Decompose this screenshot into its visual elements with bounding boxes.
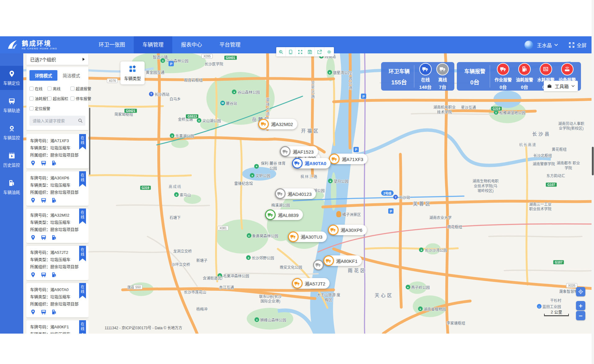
fullscreen-button[interactable]: 全屏 bbox=[569, 41, 587, 49]
filter-checkbox[interactable]: 定位报警 bbox=[29, 106, 47, 111]
zoom-out-button[interactable]: − bbox=[576, 311, 585, 320]
vehicle-marker[interactable]: 湘A80KF1 bbox=[323, 255, 362, 266]
vehicle-plate: 湘A32M02 bbox=[50, 213, 69, 218]
sidebar-item[interactable]: 车辆轨迹 bbox=[0, 93, 23, 117]
sidebar-item[interactable]: 车辆定位 bbox=[0, 66, 23, 90]
vehicle-marker[interactable]: 湘A32M02 bbox=[258, 119, 297, 129]
vehicle-card[interactable]: 车牌号码：湘A90TA0 车辆类型：垃圾压缩车 所属组织：厨余垃圾项目部 在线 bbox=[26, 283, 88, 317]
user-avatar[interactable] bbox=[524, 41, 533, 49]
locate-vehicle-icon[interactable] bbox=[30, 197, 36, 203]
nav-menu-item[interactable]: 环卫一张图 bbox=[90, 36, 134, 53]
locate-button[interactable] bbox=[576, 287, 585, 296]
fuel-vehicle-icon[interactable] bbox=[51, 197, 57, 203]
track-vehicle-icon[interactable] bbox=[41, 272, 47, 278]
map-label: 赤江互通 bbox=[219, 285, 234, 290]
vehicle-card[interactable]: 车牌号码：湘A80KF1 车辆类型：垃圾压缩车 所属组织：厨余垃圾项目部 在线 bbox=[26, 320, 88, 334]
org-selector[interactable]: 已选7个组织 bbox=[26, 54, 88, 65]
locate-vehicle-icon[interactable] bbox=[30, 309, 36, 315]
vehicle-marker[interactable]: 湘A30XP6 bbox=[328, 225, 367, 235]
checkbox-icon[interactable] bbox=[70, 87, 74, 91]
checkbox-icon[interactable] bbox=[70, 97, 74, 101]
list-scrollbar[interactable] bbox=[89, 108, 90, 175]
checkbox-icon[interactable] bbox=[29, 97, 34, 101]
vehicle-marker[interactable]: 湘A90TA0 bbox=[292, 158, 331, 169]
fuel-vehicle-icon[interactable] bbox=[51, 272, 57, 278]
sidebar-item[interactable]: 车辆油耗 bbox=[0, 175, 23, 199]
map-canvas[interactable]: 智造小镇 乌山森林公园 长沙医学院 黄金园互通 月亮岛 银星湾公园 观音岩枢纽 … bbox=[23, 53, 594, 334]
checkbox-icon[interactable] bbox=[47, 97, 52, 101]
fuel-vehicle-icon[interactable] bbox=[51, 160, 57, 166]
filter-checkbox[interactable]: 超出围栏 bbox=[47, 96, 70, 101]
map-label bbox=[361, 94, 367, 99]
vehicle-marker[interactable]: 湘A71XF3 bbox=[329, 154, 367, 164]
checkbox-icon[interactable] bbox=[47, 87, 52, 91]
map-label: 长沙站 bbox=[393, 195, 410, 200]
expand-icon[interactable] bbox=[295, 47, 305, 56]
filter-checkbox[interactable]: 超速报警 bbox=[70, 86, 93, 92]
vehicle-card[interactable]: 车牌号码：湘A71XF3 车辆类型：垃圾压缩车 所属组织：厨余垃圾项目部 在线 bbox=[26, 134, 88, 169]
toolbox-button[interactable]: 工具箱 bbox=[544, 81, 578, 91]
poi-icon bbox=[327, 70, 332, 75]
poi-icon bbox=[537, 304, 542, 309]
locate-vehicle-icon[interactable] bbox=[30, 272, 36, 278]
road-shield: G319 bbox=[491, 106, 502, 111]
filter-block: 详情模式 简洁模式 在线 离线 超速报警 bbox=[26, 67, 88, 130]
filter-checkbox[interactable]: 油耗报警 bbox=[29, 96, 47, 101]
save-icon[interactable] bbox=[305, 47, 315, 56]
checkbox-icon[interactable] bbox=[29, 87, 34, 91]
poi-icon bbox=[170, 133, 174, 138]
fuel-vehicle-icon[interactable] bbox=[51, 235, 57, 240]
vehicle-marker[interactable]: 湘AD40123 bbox=[275, 188, 316, 199]
zoom-in-button[interactable]: + bbox=[576, 301, 585, 310]
locate-vehicle-icon[interactable] bbox=[30, 160, 36, 166]
track-vehicle-icon[interactable] bbox=[41, 197, 47, 203]
share-icon[interactable] bbox=[315, 47, 324, 56]
vehicle-marker[interactable]: 湘A57JT2 bbox=[292, 278, 330, 289]
page-scrollbar[interactable] bbox=[592, 0, 594, 364]
track-vehicle-icon[interactable] bbox=[41, 160, 47, 166]
vehicle-marker[interactable]: 湘A30TU3 bbox=[288, 231, 327, 242]
road-shield: X081 bbox=[218, 226, 228, 230]
checkbox-icon[interactable] bbox=[29, 106, 34, 110]
poi-icon bbox=[254, 164, 259, 169]
track-vehicle-icon[interactable] bbox=[41, 235, 47, 240]
map-label: 晚安文化公园 bbox=[280, 264, 302, 270]
vehicle-type-button[interactable]: 车辆类型 bbox=[120, 61, 145, 84]
vehicle-plate: 湘A80KF1 bbox=[50, 325, 69, 329]
user-name[interactable]: 王水晶 bbox=[537, 41, 552, 49]
vehicle-plate-label: 湘AL8839 bbox=[278, 212, 299, 218]
vehicle-type: 垃圾压缩车 bbox=[50, 220, 70, 225]
vehicle-plate-label: 湘A30TU3 bbox=[301, 233, 322, 240]
nav-menu-item[interactable]: 报表中心 bbox=[172, 36, 211, 53]
mode-tab[interactable]: 简洁模式 bbox=[57, 70, 85, 81]
search-icon[interactable] bbox=[78, 118, 83, 123]
track-vehicle-icon[interactable] bbox=[41, 309, 47, 315]
settings-icon[interactable] bbox=[324, 47, 334, 56]
vehicle-list[interactable]: 车牌号码：湘A71XF3 车辆类型：垃圾压缩车 所属组织：厨余垃圾项目部 在线 … bbox=[26, 134, 88, 334]
sidebar-item[interactable]: 车辆监控 bbox=[0, 120, 23, 145]
poi-icon bbox=[388, 209, 394, 214]
vehicle-card[interactable]: 车牌号码：湘A57JT2 车辆类型：垃圾压缩车 所属组织：厨余垃圾项目部 在线 bbox=[26, 246, 88, 280]
zoom-search-icon[interactable] bbox=[276, 47, 286, 56]
vehicle-marker[interactable]: 湘AF1523 bbox=[280, 146, 318, 157]
chevron-down-icon[interactable] bbox=[554, 44, 558, 46]
nav-menu-item[interactable]: 车辆管理 bbox=[134, 36, 172, 53]
sidebar-item[interactable]: 历史监控 bbox=[0, 148, 23, 172]
device-frame-icon[interactable] bbox=[286, 47, 295, 56]
vehicle-marker[interactable]: 湘AL8839 bbox=[265, 209, 303, 220]
vehicle-marker-icon bbox=[292, 158, 303, 169]
mode-tab[interactable]: 详情模式 bbox=[29, 70, 57, 81]
filter-checkbox[interactable]: 离线 bbox=[47, 86, 70, 92]
filter-checkbox[interactable]: 停车报警 bbox=[70, 96, 93, 101]
map-label: 梅溪湖公园 bbox=[271, 202, 290, 207]
search-input[interactable] bbox=[29, 116, 85, 126]
map-label: 大王山旅游 度假区 bbox=[315, 293, 342, 303]
nav-menu-item[interactable]: 平台管理 bbox=[211, 36, 249, 53]
map-label: 湖南警察学院 bbox=[533, 161, 555, 166]
filter-checkbox[interactable]: 在线 bbox=[29, 86, 47, 92]
vehicle-card[interactable]: 车牌号码：湘A30XP6 车辆类型：垃圾压缩车 所属组织：厨余垃圾项目部 在线 bbox=[26, 171, 88, 206]
vehicle-card[interactable]: 车牌号码：湘A32M02 车辆类型：垃圾压缩车 所属组织：厨余垃圾项目部 在线 bbox=[26, 209, 88, 243]
locate-vehicle-icon[interactable] bbox=[30, 235, 36, 240]
fuel-vehicle-icon[interactable] bbox=[51, 309, 57, 315]
page-scrollbar-thumb[interactable] bbox=[592, 147, 594, 175]
